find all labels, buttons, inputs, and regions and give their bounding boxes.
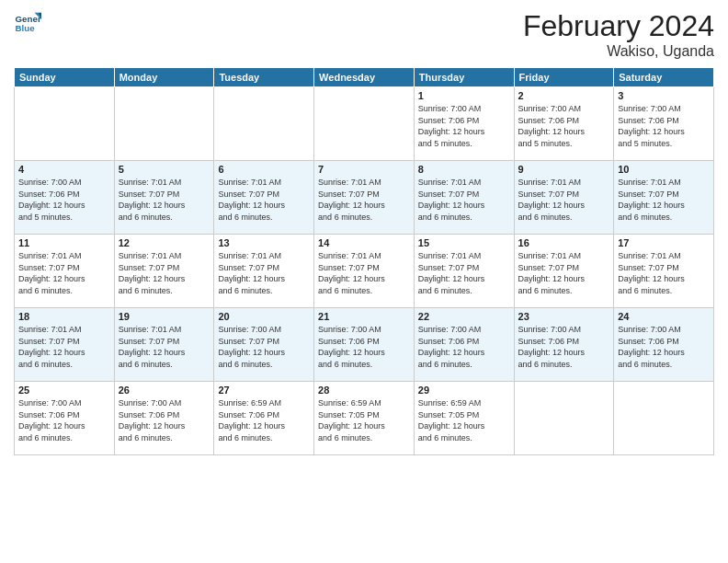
calendar-cell: 3Sunrise: 7:00 AMSunset: 7:06 PMDaylight… <box>614 87 714 161</box>
calendar-cell: 25Sunrise: 7:00 AMSunset: 7:06 PMDayligh… <box>15 382 115 455</box>
day-number: 27 <box>218 385 310 396</box>
day-info: Sunrise: 6:59 AMSunset: 7:05 PMDaylight:… <box>418 397 510 443</box>
calendar-cell: 4Sunrise: 7:00 AMSunset: 7:06 PMDaylight… <box>15 161 115 235</box>
day-info: Sunrise: 7:00 AMSunset: 7:06 PMDaylight:… <box>418 103 510 149</box>
day-number: 10 <box>618 164 710 175</box>
day-info: Sunrise: 7:00 AMSunset: 7:06 PMDaylight:… <box>618 324 710 370</box>
calendar-cell <box>514 382 614 455</box>
day-info: Sunrise: 7:01 AMSunset: 7:07 PMDaylight:… <box>18 250 110 296</box>
day-number: 12 <box>119 237 210 248</box>
day-info: Sunrise: 7:01 AMSunset: 7:07 PMDaylight:… <box>618 250 710 296</box>
calendar-cell: 13Sunrise: 7:01 AMSunset: 7:07 PMDayligh… <box>214 235 314 308</box>
calendar-cell: 29Sunrise: 6:59 AMSunset: 7:05 PMDayligh… <box>414 382 514 455</box>
calendar-cell: 5Sunrise: 7:01 AMSunset: 7:07 PMDaylight… <box>114 161 214 235</box>
day-info: Sunrise: 7:00 AMSunset: 7:06 PMDaylight:… <box>618 103 710 149</box>
calendar-cell: 2Sunrise: 7:00 AMSunset: 7:06 PMDaylight… <box>514 87 614 161</box>
col-sunday: Sunday <box>15 68 115 87</box>
day-info: Sunrise: 7:01 AMSunset: 7:07 PMDaylight:… <box>418 177 510 223</box>
col-thursday: Thursday <box>414 68 514 87</box>
calendar-cell: 8Sunrise: 7:01 AMSunset: 7:07 PMDaylight… <box>414 161 514 235</box>
day-info: Sunrise: 7:00 AMSunset: 7:06 PMDaylight:… <box>518 103 610 149</box>
day-number: 9 <box>518 164 610 175</box>
day-info: Sunrise: 7:01 AMSunset: 7:07 PMDaylight:… <box>418 250 510 296</box>
day-info: Sunrise: 7:00 AMSunset: 7:06 PMDaylight:… <box>18 177 110 223</box>
calendar-cell: 12Sunrise: 7:01 AMSunset: 7:07 PMDayligh… <box>114 235 214 308</box>
calendar-cell: 21Sunrise: 7:00 AMSunset: 7:06 PMDayligh… <box>314 308 415 382</box>
title-block: February 2024 Wakiso, Uganda <box>523 9 714 60</box>
calendar-cell <box>15 87 115 161</box>
day-info: Sunrise: 7:01 AMSunset: 7:07 PMDaylight:… <box>318 177 410 223</box>
col-saturday: Saturday <box>614 68 714 87</box>
calendar-cell <box>114 87 214 161</box>
day-info: Sunrise: 7:00 AMSunset: 7:07 PMDaylight:… <box>218 324 310 370</box>
calendar-cell <box>314 87 415 161</box>
calendar-cell: 7Sunrise: 7:01 AMSunset: 7:07 PMDaylight… <box>314 161 415 235</box>
day-info: Sunrise: 6:59 AMSunset: 7:05 PMDaylight:… <box>318 397 410 443</box>
col-wednesday: Wednesday <box>314 68 415 87</box>
day-info: Sunrise: 6:59 AMSunset: 7:06 PMDaylight:… <box>218 397 310 443</box>
day-number: 11 <box>18 237 110 248</box>
calendar-week-1: 4Sunrise: 7:00 AMSunset: 7:06 PMDaylight… <box>15 161 714 235</box>
calendar-cell: 14Sunrise: 7:01 AMSunset: 7:07 PMDayligh… <box>314 235 415 308</box>
day-info: Sunrise: 7:00 AMSunset: 7:06 PMDaylight:… <box>18 397 110 443</box>
calendar-cell: 23Sunrise: 7:00 AMSunset: 7:06 PMDayligh… <box>514 308 614 382</box>
calendar-cell: 1Sunrise: 7:00 AMSunset: 7:06 PMDaylight… <box>414 87 514 161</box>
calendar-cell: 26Sunrise: 7:00 AMSunset: 7:06 PMDayligh… <box>114 382 214 455</box>
day-info: Sunrise: 7:01 AMSunset: 7:07 PMDaylight:… <box>318 250 410 296</box>
logo-icon: General Blue <box>14 9 41 37</box>
header: General Blue February 2024 Wakiso, Ugand… <box>14 9 714 60</box>
calendar-week-3: 18Sunrise: 7:01 AMSunset: 7:07 PMDayligh… <box>15 308 714 382</box>
day-number: 21 <box>318 311 410 322</box>
day-number: 29 <box>418 385 510 396</box>
day-info: Sunrise: 7:01 AMSunset: 7:07 PMDaylight:… <box>119 177 210 223</box>
day-info: Sunrise: 7:01 AMSunset: 7:07 PMDaylight:… <box>518 250 610 296</box>
day-info: Sunrise: 7:00 AMSunset: 7:06 PMDaylight:… <box>418 324 510 370</box>
day-number: 5 <box>119 164 210 175</box>
calendar-cell: 20Sunrise: 7:00 AMSunset: 7:07 PMDayligh… <box>214 308 314 382</box>
day-info: Sunrise: 7:01 AMSunset: 7:07 PMDaylight:… <box>518 177 610 223</box>
day-number: 18 <box>18 311 110 322</box>
day-info: Sunrise: 7:01 AMSunset: 7:07 PMDaylight:… <box>218 250 310 296</box>
calendar-cell: 17Sunrise: 7:01 AMSunset: 7:07 PMDayligh… <box>614 235 714 308</box>
day-number: 16 <box>518 237 610 248</box>
day-info: Sunrise: 7:00 AMSunset: 7:06 PMDaylight:… <box>318 324 410 370</box>
day-info: Sunrise: 7:01 AMSunset: 7:07 PMDaylight:… <box>119 250 210 296</box>
col-monday: Monday <box>114 68 214 87</box>
calendar-cell: 10Sunrise: 7:01 AMSunset: 7:07 PMDayligh… <box>614 161 714 235</box>
day-info: Sunrise: 7:01 AMSunset: 7:07 PMDaylight:… <box>618 177 710 223</box>
day-info: Sunrise: 7:01 AMSunset: 7:07 PMDaylight:… <box>218 177 310 223</box>
day-number: 8 <box>418 164 510 175</box>
col-friday: Friday <box>514 68 614 87</box>
day-number: 28 <box>318 385 410 396</box>
calendar-header-row: Sunday Monday Tuesday Wednesday Thursday… <box>15 68 714 87</box>
day-number: 20 <box>218 311 310 322</box>
calendar-week-4: 25Sunrise: 7:00 AMSunset: 7:06 PMDayligh… <box>15 382 714 455</box>
day-number: 1 <box>418 90 510 101</box>
day-number: 26 <box>119 385 210 396</box>
day-number: 22 <box>418 311 510 322</box>
calendar-cell <box>214 87 314 161</box>
month-title: February 2024 <box>523 9 714 43</box>
day-number: 23 <box>518 311 610 322</box>
day-number: 6 <box>218 164 310 175</box>
calendar-cell: 19Sunrise: 7:01 AMSunset: 7:07 PMDayligh… <box>114 308 214 382</box>
calendar-cell: 15Sunrise: 7:01 AMSunset: 7:07 PMDayligh… <box>414 235 514 308</box>
svg-text:Blue: Blue <box>16 23 36 33</box>
calendar-table: Sunday Monday Tuesday Wednesday Thursday… <box>14 67 714 455</box>
calendar-cell: 6Sunrise: 7:01 AMSunset: 7:07 PMDaylight… <box>214 161 314 235</box>
day-number: 24 <box>618 311 710 322</box>
page: General Blue February 2024 Wakiso, Ugand… <box>0 0 728 563</box>
day-number: 17 <box>618 237 710 248</box>
day-number: 14 <box>318 237 410 248</box>
calendar-cell: 24Sunrise: 7:00 AMSunset: 7:06 PMDayligh… <box>614 308 714 382</box>
calendar-cell: 9Sunrise: 7:01 AMSunset: 7:07 PMDaylight… <box>514 161 614 235</box>
col-tuesday: Tuesday <box>214 68 314 87</box>
location: Wakiso, Uganda <box>523 43 714 60</box>
calendar-week-2: 11Sunrise: 7:01 AMSunset: 7:07 PMDayligh… <box>15 235 714 308</box>
day-number: 19 <box>119 311 210 322</box>
day-number: 25 <box>18 385 110 396</box>
day-number: 15 <box>418 237 510 248</box>
day-info: Sunrise: 7:01 AMSunset: 7:07 PMDaylight:… <box>119 324 210 370</box>
calendar-week-0: 1Sunrise: 7:00 AMSunset: 7:06 PMDaylight… <box>15 87 714 161</box>
calendar-cell: 28Sunrise: 6:59 AMSunset: 7:05 PMDayligh… <box>314 382 415 455</box>
